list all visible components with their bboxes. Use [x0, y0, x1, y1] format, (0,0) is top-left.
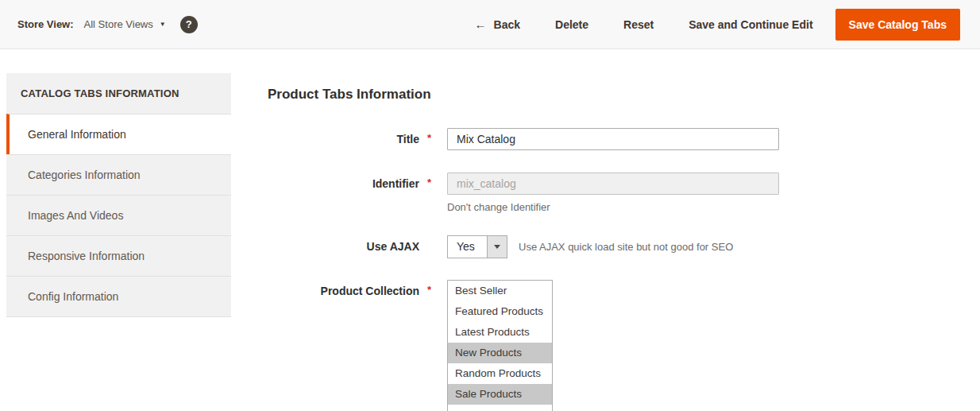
sidebar-item-images-and-videos[interactable]: Images And Videos — [6, 195, 231, 235]
required-asterisk: * — [423, 132, 435, 147]
option-featured-products[interactable]: Featured Products — [448, 301, 552, 322]
reset-button[interactable]: Reset — [623, 18, 654, 31]
option-sale-products[interactable]: Sale Products — [448, 384, 552, 405]
product-collection-listbox[interactable]: Best Seller Featured Products Latest Pro… — [447, 280, 553, 411]
page-title: Product Tabs Information — [268, 87, 431, 103]
sidebar-item-general-information[interactable]: General Information — [6, 114, 231, 154]
store-view-current: All Store Views — [84, 18, 153, 30]
select-arrow-icon — [487, 236, 507, 258]
field-row-title: Title * — [268, 128, 779, 150]
option-random-products[interactable]: Random Products — [448, 363, 552, 384]
title-label: Title * — [268, 128, 435, 150]
use-ajax-selected-value: Yes — [448, 236, 487, 258]
option-empty — [448, 405, 552, 411]
identifier-label: Identifier * — [268, 173, 435, 195]
caret-down-icon: ▼ — [160, 21, 166, 28]
sidebar: CATALOG TABS INFORMATION General Informa… — [6, 73, 231, 317]
sidebar-header: CATALOG TABS INFORMATION — [6, 73, 231, 114]
back-button[interactable]: ← Back — [475, 17, 520, 31]
field-row-use-ajax: Use AJAX Yes Use AJAX quick load site bu… — [268, 235, 733, 258]
option-best-seller[interactable]: Best Seller — [448, 281, 552, 301]
back-button-label: Back — [494, 18, 520, 31]
option-new-products[interactable]: New Products — [448, 343, 552, 363]
identifier-input — [447, 173, 779, 195]
help-icon[interactable]: ? — [180, 16, 198, 33]
store-view-switcher: Store View: All Store Views ▼ ? — [17, 16, 198, 33]
sidebar-item-responsive-information[interactable]: Responsive Information — [6, 235, 231, 276]
field-row-product-collection: Product Collection * Best Seller Feature… — [268, 280, 553, 411]
option-latest-products[interactable]: Latest Products — [448, 322, 552, 343]
use-ajax-note: Use AJAX quick load site but not good fo… — [519, 235, 733, 258]
identifier-note: Don't change Identifier — [447, 201, 779, 213]
save-and-continue-button[interactable]: Save and Continue Edit — [689, 18, 812, 31]
required-asterisk: * — [423, 176, 435, 192]
sidebar-item-categories-information[interactable]: Categories Information — [6, 154, 231, 195]
product-collection-label: Product Collection * — [268, 280, 435, 302]
store-view-label: Store View: — [17, 18, 74, 30]
delete-button[interactable]: Delete — [555, 18, 588, 31]
use-ajax-select[interactable]: Yes — [447, 235, 507, 258]
title-input[interactable] — [447, 128, 779, 150]
required-asterisk: * — [423, 284, 435, 299]
back-arrow-icon: ← — [475, 17, 487, 31]
sidebar-item-config-information[interactable]: Config Information — [6, 276, 231, 316]
store-view-dropdown[interactable]: All Store Views ▼ — [84, 18, 166, 30]
use-ajax-label: Use AJAX — [268, 235, 435, 258]
toolbar-actions: ← Back Delete Reset Save and Continue Ed… — [475, 9, 960, 41]
field-row-identifier: Identifier * Don't change Identifier — [268, 173, 779, 213]
save-catalog-tabs-button[interactable]: Save Catalog Tabs — [835, 9, 960, 41]
top-toolbar: Store View: All Store Views ▼ ? ← Back D… — [0, 0, 980, 49]
